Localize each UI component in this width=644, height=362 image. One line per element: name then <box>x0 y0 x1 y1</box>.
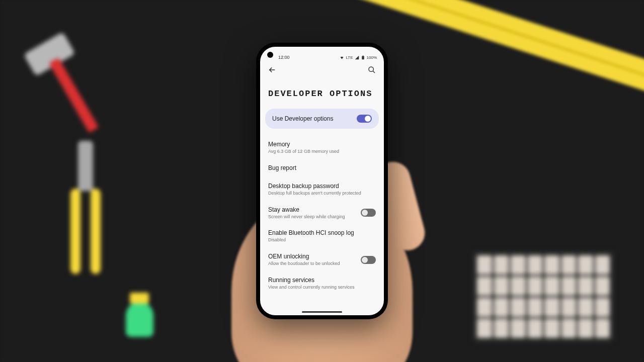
toggle-knob <box>362 210 368 216</box>
pliers-prop <box>60 141 111 282</box>
settings-list[interactable]: MemoryAvg 6.3 GB of 12 GB memory usedBug… <box>260 136 384 315</box>
home-indicator[interactable] <box>302 311 342 313</box>
status-bar: 12:00 LTE 100% <box>260 47 384 61</box>
setting-subtitle: Desktop full backups aren't currently pr… <box>268 191 376 196</box>
master-toggle-switch[interactable] <box>357 115 372 123</box>
master-toggle-label: Use Developer options <box>272 115 333 122</box>
master-toggle-row[interactable]: Use Developer options <box>265 109 379 129</box>
back-button[interactable] <box>266 64 278 76</box>
phone-frame: 12:00 LTE 100% DEVELOPER OPTIONS Use Dev… <box>256 43 388 319</box>
setting-text: Stay awakeScreen will never sleep while … <box>268 206 356 220</box>
android-figurine-prop <box>126 302 153 337</box>
status-network: LTE <box>346 55 353 60</box>
setting-title: Running services <box>268 277 376 284</box>
setting-item[interactable]: MemoryAvg 6.3 GB of 12 GB memory used <box>268 136 376 159</box>
setting-text: Bug report <box>268 164 376 172</box>
keyboard-prop <box>473 251 614 342</box>
status-time: 12:00 <box>278 55 290 60</box>
search-button[interactable] <box>366 64 378 76</box>
svg-rect-1 <box>362 55 363 56</box>
setting-toggle-switch[interactable] <box>361 256 376 264</box>
setting-subtitle: View and control currently running servi… <box>268 285 376 290</box>
wifi-icon <box>340 55 344 60</box>
setting-text: Running servicesView and control current… <box>268 277 376 290</box>
camera-punch-hole <box>267 52 273 58</box>
setting-text: Desktop backup passwordDesktop full back… <box>268 183 376 196</box>
setting-item[interactable]: Enable Bluetooth HCI snoop logDisabled <box>268 224 376 248</box>
setting-item[interactable]: Desktop backup passwordDesktop full back… <box>268 177 376 201</box>
setting-text: Enable Bluetooth HCI snoop logDisabled <box>268 229 376 243</box>
setting-title: Desktop backup password <box>268 183 376 190</box>
setting-item[interactable]: Stay awakeScreen will never sleep while … <box>268 201 376 225</box>
setting-subtitle: Allow the bootloader to be unlocked <box>268 261 356 266</box>
setting-subtitle: Disabled <box>268 237 376 243</box>
setting-item[interactable]: Running servicesView and control current… <box>268 272 376 295</box>
toggle-knob <box>362 257 368 263</box>
setting-text: MemoryAvg 6.3 GB of 12 GB memory used <box>268 141 376 154</box>
svg-point-2 <box>369 67 373 71</box>
battery-icon <box>361 55 365 60</box>
arrow-back-icon <box>268 65 277 74</box>
search-icon <box>368 66 376 74</box>
setting-title: Enable Bluetooth HCI snoop log <box>268 229 376 236</box>
page-title: DEVELOPER OPTIONS <box>260 79 384 107</box>
setting-subtitle: Screen will never sleep while charging <box>268 214 356 220</box>
svg-rect-0 <box>362 56 364 60</box>
setting-title: OEM unlocking <box>268 253 356 260</box>
setting-title: Memory <box>268 141 376 148</box>
setting-title: Bug report <box>268 164 376 171</box>
setting-title: Stay awake <box>268 206 356 213</box>
status-battery: 100% <box>367 55 377 60</box>
setting-item[interactable]: OEM unlockingAllow the bootloader to be … <box>268 248 376 272</box>
setting-text: OEM unlockingAllow the bootloader to be … <box>268 253 356 266</box>
signal-icon <box>355 55 359 60</box>
setting-toggle-switch[interactable] <box>361 209 376 217</box>
phone-screen: 12:00 LTE 100% DEVELOPER OPTIONS Use Dev… <box>260 47 384 315</box>
toggle-knob <box>365 116 371 122</box>
setting-item[interactable]: Bug report <box>268 159 376 177</box>
setting-subtitle: Avg 6.3 GB of 12 GB memory used <box>268 149 376 154</box>
app-bar <box>260 61 384 79</box>
